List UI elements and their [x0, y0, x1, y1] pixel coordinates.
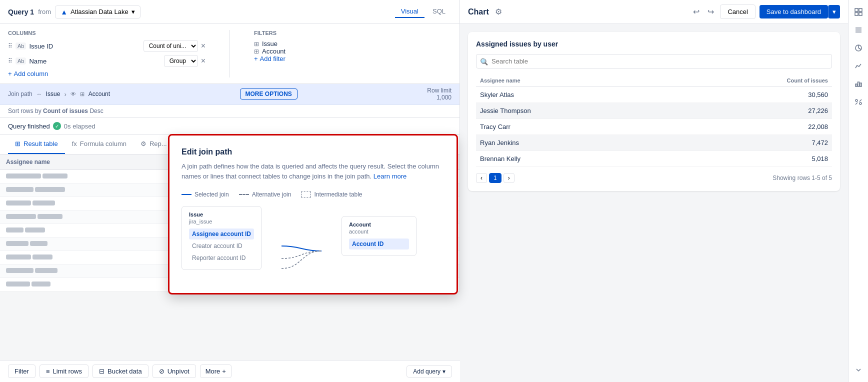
- collapse-sidebar-button[interactable]: [850, 362, 866, 378]
- filter-account-name: Account: [262, 48, 286, 55]
- save-to-dashboard-button[interactable]: Save to dashboard: [760, 5, 828, 18]
- query-finished-label: Query finished: [8, 122, 50, 130]
- limit-rows-icon: ≡: [46, 368, 50, 375]
- undo-button[interactable]: ↩: [691, 5, 702, 18]
- cancel-button[interactable]: Cancel: [720, 4, 755, 19]
- data-table-row: Jessie Thompson 27,226: [476, 103, 832, 119]
- add-query-label: Add query: [413, 368, 440, 375]
- filters-label: Filters: [254, 30, 452, 36]
- join-path-eye-icon: 👁: [70, 91, 76, 97]
- tab-formula-column[interactable]: fx Formula column: [65, 134, 134, 154]
- more-button[interactable]: More +: [200, 364, 232, 378]
- filter-issue-name: Issue: [262, 40, 278, 48]
- bucket-data-button[interactable]: ⊟ Bucket data: [92, 364, 148, 378]
- prev-page-button[interactable]: ‹: [476, 173, 487, 183]
- rows-showing: Showing rows 1-5 of 5: [772, 174, 832, 182]
- col-type-ab-2: Ab: [16, 58, 26, 64]
- add-query-chevron-icon: ▾: [442, 368, 446, 375]
- add-filter-button[interactable]: + Add filter: [254, 55, 286, 62]
- formula-column-label: Formula column: [80, 140, 126, 148]
- join-box-issue: Issue jira_issue Assignee account ID Cre…: [182, 206, 262, 270]
- col-remove-1[interactable]: ×: [201, 42, 206, 50]
- redo-button[interactable]: ↪: [706, 5, 716, 18]
- split-view-button[interactable]: [850, 94, 866, 110]
- assignee-name-1: Skyler Atlas: [476, 87, 670, 103]
- join-path-issue[interactable]: Issue: [46, 90, 60, 98]
- unpivot-button[interactable]: ⊘ Unpivot: [152, 364, 196, 378]
- selected-join-line: [182, 194, 192, 195]
- limit-rows-button[interactable]: ≡ Limit rows: [40, 364, 88, 378]
- join-popup-description: A join path defines how the data is quer…: [182, 162, 444, 181]
- chart-card-title: Assigned issues by user: [476, 40, 832, 48]
- assignee-name-5: Brennan Kelly: [476, 151, 670, 167]
- svg-point-14: [860, 102, 862, 104]
- column-item-name: ⠿ Ab Name Group Count ×: [8, 55, 206, 67]
- more-options-button[interactable]: MORE OPTIONS: [240, 88, 298, 100]
- formula-icon: fx: [72, 140, 77, 148]
- svg-line-9: [858, 48, 861, 50]
- add-filter-plus-icon: +: [254, 55, 258, 62]
- sort-label: Sort rows by: [8, 108, 42, 114]
- join-box-account-subtitle: account: [349, 228, 409, 234]
- join-path-account[interactable]: Account: [88, 90, 110, 98]
- drag-handle-icon-2: ⠿: [8, 58, 12, 64]
- join-field-assignee[interactable]: Assignee account ID: [189, 228, 254, 240]
- col-type-ab-1: Ab: [16, 42, 26, 50]
- join-field-creator[interactable]: Creator account ID: [189, 240, 254, 252]
- legend-selected-join: Selected join: [182, 191, 229, 198]
- data-source-button[interactable]: ▲ Atlassian Data Lake ▾: [55, 6, 140, 18]
- col-agg-select-1[interactable]: Count of uni... Count Sum: [144, 40, 198, 52]
- add-column-button[interactable]: + Add column: [8, 70, 48, 78]
- sql-view-button[interactable]: SQL: [426, 6, 452, 18]
- join-box-account-title: Account: [349, 222, 409, 228]
- add-col-plus-icon: +: [8, 70, 12, 78]
- assignee-name-3: Tracy Carr: [476, 119, 670, 135]
- legend-intermediate-table: Intermediate table: [301, 191, 362, 198]
- tab-result-table[interactable]: ⊞ Result table: [8, 134, 65, 154]
- add-filter-label: Add filter: [260, 55, 286, 62]
- svg-rect-1: [859, 8, 862, 12]
- visual-view-button[interactable]: Visual: [395, 6, 424, 18]
- add-column-label: Add column: [14, 70, 48, 78]
- chart-card: Assigned issues by user 🔍 Assignee name …: [468, 32, 840, 191]
- line-chart-button[interactable]: [850, 58, 866, 74]
- join-path-label: Join path: [8, 90, 32, 98]
- pie-chart-button[interactable]: [850, 40, 866, 56]
- inter-table-box: [301, 192, 311, 198]
- data-table-row: Skyler Atlas 30,560: [476, 87, 832, 103]
- save-dropdown-button[interactable]: ▾: [828, 5, 840, 18]
- filter-table-icon-2: ⊞: [254, 48, 259, 55]
- list-view-button[interactable]: [850, 22, 866, 38]
- status-check-icon: ✓: [53, 122, 61, 130]
- search-icon: 🔍: [480, 58, 488, 65]
- report-label: Rep...: [150, 140, 167, 148]
- grid-view-button[interactable]: [850, 4, 866, 20]
- learn-more-link[interactable]: Learn more: [374, 172, 406, 180]
- join-box-issue-subtitle: jira_issue: [189, 218, 254, 224]
- elapsed-label: 0s elapsed: [64, 122, 96, 130]
- row-limit-value: 1,000: [436, 94, 452, 101]
- col-remove-2[interactable]: ×: [201, 57, 206, 65]
- filter-button[interactable]: Filter: [8, 364, 36, 378]
- join-path-popup: Edit join path A join path defines how t…: [168, 134, 458, 294]
- bar-chart-button[interactable]: [850, 76, 866, 92]
- assignee-name-2: Jessie Thompson: [476, 103, 670, 119]
- data-source-name: Atlassian Data Lake: [70, 8, 128, 16]
- filter-table-icon: ⊞: [254, 40, 259, 48]
- add-query-button[interactable]: Add query ▾: [406, 366, 452, 378]
- bucket-icon: ⊟: [99, 368, 104, 375]
- svg-rect-11: [858, 82, 859, 86]
- bucket-data-label: Bucket data: [108, 368, 142, 375]
- search-table-input[interactable]: [476, 54, 832, 68]
- join-field-reporter[interactable]: Reporter account ID: [189, 252, 254, 264]
- sort-direction: Desc: [90, 108, 103, 114]
- join-field-account-id[interactable]: Account ID: [349, 238, 409, 250]
- data-table-col1: Assignee name: [476, 74, 670, 87]
- count-3: 22,008: [670, 119, 832, 135]
- chart-settings-button[interactable]: ⚙: [493, 5, 504, 18]
- svg-rect-12: [860, 83, 862, 86]
- join-box-issue-title: Issue: [189, 212, 254, 218]
- current-page: 1: [489, 173, 502, 183]
- next-page-button[interactable]: ›: [504, 173, 514, 183]
- col-agg-select-2[interactable]: Group Count: [164, 55, 198, 67]
